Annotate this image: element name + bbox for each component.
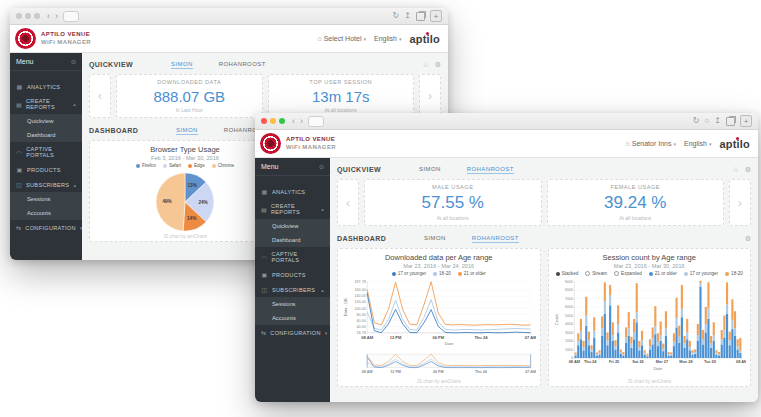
tab-simon[interactable]: SIMON: [424, 235, 446, 243]
refresh-icon[interactable]: ↻: [393, 12, 400, 20]
carousel-next-button[interactable]: ›: [419, 74, 441, 118]
maximize-window-icon[interactable]: [34, 13, 40, 19]
bar-segment: [614, 346, 616, 349]
legend-item[interactable]: 21 or older: [458, 271, 486, 276]
bar-segment: [739, 353, 741, 358]
sidebar-subitem-sessions[interactable]: Sessions: [10, 192, 82, 206]
legend-item[interactable]: 21 or older: [649, 271, 677, 276]
window-controls[interactable]: [261, 118, 285, 124]
legend-item[interactable]: Expanded: [614, 271, 642, 276]
sidebar-item-analytics[interactable]: ▦ANALYTICS: [255, 184, 330, 199]
share-icon[interactable]: ↥: [404, 12, 411, 20]
legend-item[interactable]: 17 or younger: [392, 271, 426, 276]
carousel-next-button[interactable]: ›: [729, 179, 751, 226]
tab-simon[interactable]: SIMON: [176, 127, 198, 135]
sidebar-item-captive-portals[interactable]: ◠CAPTIVE PORTALS: [10, 142, 82, 162]
app-header: APTILO VENUE WiFi MANAGER ⌂ Select Hotel…: [10, 25, 448, 53]
new-tab-button[interactable]: +: [430, 10, 442, 22]
sidebar-subitem-quickview[interactable]: Quickview: [255, 219, 330, 233]
bar-segment: [710, 348, 712, 358]
address-bar[interactable]: [308, 116, 324, 127]
address-bar[interactable]: [63, 11, 79, 22]
new-tab-button[interactable]: +: [740, 115, 752, 127]
subscribers-icon: ◫: [16, 181, 22, 188]
favorite-icon[interactable]: ☆: [422, 61, 428, 69]
legend-item[interactable]: Stream: [585, 271, 607, 276]
window-controls[interactable]: [16, 13, 40, 19]
tabs-overview-icon[interactable]: [416, 12, 425, 21]
tab-simon[interactable]: SIMON: [171, 61, 193, 69]
bar-segment: [702, 330, 704, 339]
line-series-17-or-younger: [367, 293, 531, 333]
gear-icon[interactable]: ⚙: [745, 166, 751, 174]
sidebar-item-subscribers[interactable]: ◫SUBSCRIBERS▴: [255, 282, 330, 297]
legend-item[interactable]: Chrome: [212, 163, 234, 168]
legend-item[interactable]: 18-20: [433, 271, 451, 276]
refresh-icon[interactable]: ↻: [693, 117, 700, 125]
downloads-icon[interactable]: ○: [704, 117, 709, 125]
legend-item[interactable]: 18-20: [725, 271, 743, 276]
sidebar-item-create-reports[interactable]: ▤CREATE REPORTS▴: [10, 94, 82, 114]
share-icon[interactable]: ↥: [714, 117, 721, 125]
venue-dropdown[interactable]: ⌂ Senator Inns▾: [626, 140, 676, 147]
products-icon: ▣: [261, 271, 268, 278]
legend-dot-icon: [556, 272, 560, 276]
close-window-icon[interactable]: [16, 13, 22, 19]
close-window-icon[interactable]: [261, 118, 267, 124]
sidebar-item-analytics[interactable]: ▦ANALYTICS: [10, 79, 82, 94]
minimize-window-icon[interactable]: [270, 118, 276, 124]
browser-forward-icon[interactable]: ›: [300, 117, 303, 126]
sidebar-item-configuration[interactable]: ⇆CONFIGURATION▾: [10, 220, 82, 235]
sidebar-subitem-accounts[interactable]: Accounts: [255, 311, 330, 325]
tab-rohanroost[interactable]: ROHANROOST: [467, 166, 514, 174]
y-tick-label: 120.00: [355, 300, 366, 304]
legend-item[interactable]: 17 or younger: [684, 271, 718, 276]
gear-icon[interactable]: ⚙: [435, 61, 441, 69]
sidebar-item-label: ANALYTICS: [27, 84, 60, 90]
bar-segment: [648, 349, 650, 357]
language-dropdown[interactable]: English▾: [374, 35, 401, 42]
carousel-prev-button[interactable]: ‹: [89, 74, 111, 118]
sidebar-item-products[interactable]: ▣PRODUCTS: [10, 162, 82, 177]
sidebar-subitem-dashboard[interactable]: Dashboard: [10, 128, 82, 142]
legend-item[interactable]: Firefox: [136, 163, 156, 168]
browser-back-icon[interactable]: ‹: [292, 117, 295, 126]
bar-segment: [638, 350, 640, 358]
sidebar-subitem-sessions[interactable]: Sessions: [255, 297, 330, 311]
y-tick-label: 160.00: [355, 288, 366, 292]
browser-forward-icon[interactable]: ›: [55, 12, 58, 21]
browser-back-icon[interactable]: ‹: [47, 12, 50, 21]
tab-rohanroost[interactable]: ROHANROOST: [219, 61, 266, 69]
sidebar-subitem-accounts[interactable]: Accounts: [10, 206, 82, 220]
sidebar-subitem-dashboard[interactable]: Dashboard: [255, 233, 330, 247]
bar-segment: [595, 352, 597, 354]
sidebar-item-products[interactable]: ▣PRODUCTS: [255, 267, 330, 282]
legend-item[interactable]: Safari: [163, 163, 181, 168]
maximize-window-icon[interactable]: [279, 118, 285, 124]
tab-simon[interactable]: SIMON: [419, 166, 441, 174]
y-tick-label: 187.78: [355, 280, 366, 284]
sidebar-subitem-quickview[interactable]: Quickview: [10, 114, 82, 128]
minimize-window-icon[interactable]: [25, 13, 31, 19]
bar-segment: [736, 349, 738, 357]
sidebar-item-label: SUBSCRIBERS: [26, 182, 69, 188]
bar-segment: [619, 349, 621, 352]
favorite-icon[interactable]: ☆: [732, 166, 738, 174]
sidebar-item-configuration[interactable]: ⇆CONFIGURATION▾: [255, 325, 330, 340]
venue-dropdown[interactable]: ⌂ Select Hotel▾: [317, 35, 366, 42]
bar-segment: [680, 317, 682, 358]
legend-item[interactable]: Stacked: [556, 271, 579, 276]
tab-rohanroost[interactable]: ROHANROOST: [472, 235, 519, 243]
gear-icon[interactable]: ⚙: [745, 235, 751, 243]
language-dropdown[interactable]: English▾: [684, 140, 711, 147]
legend-item[interactable]: Edge: [188, 163, 205, 168]
bar-segment: [643, 353, 645, 355]
carousel-prev-button[interactable]: ‹: [337, 179, 359, 226]
sidebar-item-subscribers[interactable]: ◫SUBSCRIBERS▴: [10, 177, 82, 192]
tabs-overview-icon[interactable]: [726, 117, 735, 126]
sidebar-item-captive-portals[interactable]: ◠CAPTIVE PORTALS: [255, 247, 330, 267]
pin-menu-icon[interactable]: ⊙: [71, 58, 76, 65]
pin-menu-icon[interactable]: ⊙: [319, 163, 324, 170]
pie-slice-label: 13%: [188, 183, 197, 188]
sidebar-item-create-reports[interactable]: ▤CREATE REPORTS▴: [255, 199, 330, 219]
